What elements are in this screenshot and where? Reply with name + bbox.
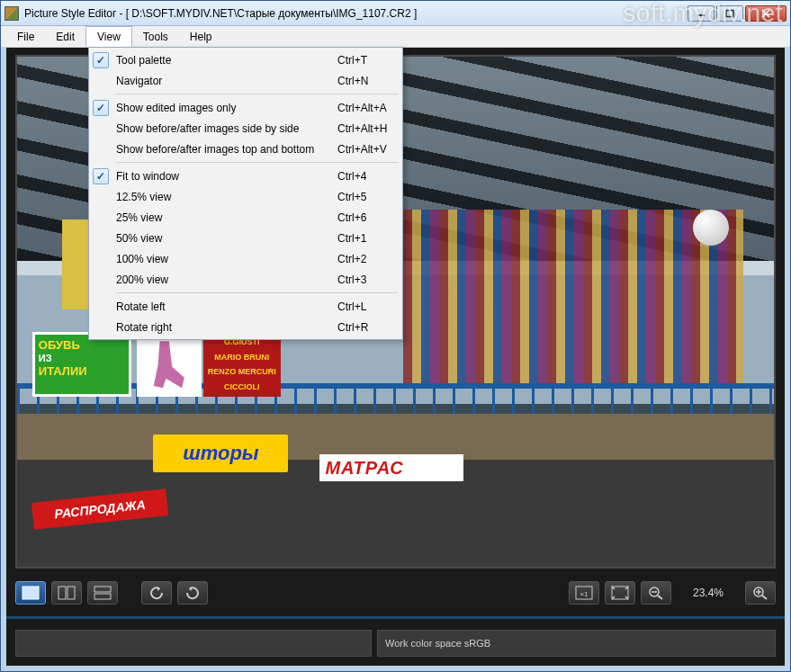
menu-item-shortcut: Ctrl+Alt+A xyxy=(337,102,400,114)
rotate-right-button[interactable] xyxy=(177,581,208,605)
menu-item-label: 100% view xyxy=(111,253,337,265)
svg-rect-7 xyxy=(94,587,111,592)
menu-item-label: Show before/after images side by side xyxy=(111,122,337,135)
menu-item-label: Rotate right xyxy=(111,321,337,334)
sign-obuv: ОБУВЬ ИЗ ИТАЛИИ xyxy=(32,332,131,397)
menu-help[interactable]: Help xyxy=(179,26,223,47)
watermark: soft.mydiv.net xyxy=(623,0,783,28)
menu-item-shortcut: Ctrl+L xyxy=(337,300,400,313)
menu-item-label: Show edited images only xyxy=(111,102,337,114)
zoom-out-button[interactable] xyxy=(641,581,671,605)
menu-item-tool-palette[interactable]: ✓Tool paletteCtrl+T xyxy=(91,49,400,70)
svg-text:×1: ×1 xyxy=(580,590,589,598)
window-title: Picture Style Editor - [ D:\SOFT.MYDIV.N… xyxy=(24,7,417,20)
menu-item-12-5-view[interactable]: 12.5% viewCtrl+5 xyxy=(91,186,400,207)
sign-giusti: G.GIUSTI MARIO BRUNI RENZO MERCURI CICCI… xyxy=(203,332,281,397)
menu-item-fit-to-window[interactable]: ✓Fit to windowCtrl+4 xyxy=(91,166,400,186)
menu-item-show-edited-images-only[interactable]: ✓Show edited images onlyCtrl+Alt+A xyxy=(91,97,400,118)
zoom-1to1-button[interactable]: ×1 xyxy=(569,581,599,605)
menu-file[interactable]: File xyxy=(6,26,45,47)
menu-item-label: 200% view xyxy=(111,273,337,286)
rotate-left-button[interactable] xyxy=(141,581,172,605)
zoom-in-button[interactable] xyxy=(745,581,776,605)
svg-line-16 xyxy=(762,596,767,599)
fit-to-window-button[interactable] xyxy=(605,581,635,605)
check-icon: ✓ xyxy=(91,100,111,116)
menu-item-label: 25% view xyxy=(111,211,337,224)
menu-item-label: Tool palette xyxy=(111,54,337,67)
svg-rect-8 xyxy=(94,594,111,599)
zoom-percent-label: 23.4% xyxy=(677,587,740,599)
toolbar-divider xyxy=(6,616,785,619)
menu-item-label: Fit to window xyxy=(111,170,337,183)
menu-item-25-view[interactable]: 25% viewCtrl+6 xyxy=(91,207,400,228)
menu-item-show-before-after-images-side-by-side[interactable]: Show before/after images side by sideCtr… xyxy=(91,118,400,139)
sign-shtory: шторы xyxy=(153,435,288,472)
svg-rect-6 xyxy=(67,587,75,599)
menubar: File Edit View Tools Help xyxy=(1,26,790,48)
menu-item-label: Rotate left xyxy=(111,300,337,313)
svg-line-13 xyxy=(658,596,662,599)
app-icon xyxy=(4,6,19,21)
menu-separator xyxy=(116,94,399,94)
menu-item-label: Show before/after images top and bottom xyxy=(111,143,337,156)
menu-item-200-view[interactable]: 200% viewCtrl+3 xyxy=(91,269,400,290)
menu-item-shortcut: Ctrl+4 xyxy=(337,170,400,183)
menu-item-shortcut: Ctrl+T xyxy=(337,54,400,67)
menu-item-shortcut: Ctrl+3 xyxy=(337,273,400,286)
view-menu-dropdown: ✓Tool paletteCtrl+TNavigatorCtrl+N✓Show … xyxy=(88,47,403,340)
menu-item-navigator[interactable]: NavigatorCtrl+N xyxy=(91,70,400,91)
menu-item-shortcut: Ctrl+5 xyxy=(337,191,400,203)
menu-item-shortcut: Ctrl+6 xyxy=(337,211,400,224)
view-single-button[interactable] xyxy=(15,581,46,605)
menu-item-shortcut: Ctrl+Alt+H xyxy=(337,122,400,135)
menu-item-label: 50% view xyxy=(111,232,337,245)
check-icon: ✓ xyxy=(91,52,111,68)
view-side-by-side-button[interactable] xyxy=(51,581,82,605)
svg-rect-4 xyxy=(22,587,39,599)
menu-item-shortcut: Ctrl+N xyxy=(337,75,400,87)
menu-item-shortcut: Ctrl+Alt+V xyxy=(337,143,400,156)
check-icon: ✓ xyxy=(91,168,111,184)
app-window: Picture Style Editor - [ D:\SOFT.MYDIV.N… xyxy=(0,0,791,672)
menu-item-label: Navigator xyxy=(111,75,337,87)
menu-item-shortcut: Ctrl+2 xyxy=(337,253,400,265)
menu-item-50-view[interactable]: 50% viewCtrl+1 xyxy=(91,228,400,248)
status-bar: Work color space sRGB xyxy=(15,630,776,657)
menu-separator xyxy=(116,292,399,293)
menu-item-shortcut: Ctrl+1 xyxy=(337,232,400,245)
status-color-space: Work color space sRGB xyxy=(377,630,776,657)
view-top-bottom-button[interactable] xyxy=(87,581,118,605)
menu-tools[interactable]: Tools xyxy=(132,26,179,47)
menu-item-rotate-left[interactable]: Rotate leftCtrl+L xyxy=(91,296,400,317)
sign-italy-map xyxy=(137,332,202,397)
menu-item-100-view[interactable]: 100% viewCtrl+2 xyxy=(91,248,400,269)
svg-rect-5 xyxy=(58,587,66,599)
menu-item-show-before-after-images-top-and-bottom[interactable]: Show before/after images top and bottomC… xyxy=(91,139,400,159)
menu-view[interactable]: View xyxy=(85,26,132,47)
bottom-toolbar: ×1 23.4% xyxy=(15,578,776,608)
status-left xyxy=(15,630,372,657)
menu-item-label: 12.5% view xyxy=(111,191,337,203)
sign-matras: МАТРАС xyxy=(319,454,463,481)
menu-edit[interactable]: Edit xyxy=(45,26,85,47)
menu-item-rotate-right[interactable]: Rotate rightCtrl+R xyxy=(91,317,400,337)
menu-item-shortcut: Ctrl+R xyxy=(337,321,400,334)
menu-separator xyxy=(116,162,399,163)
